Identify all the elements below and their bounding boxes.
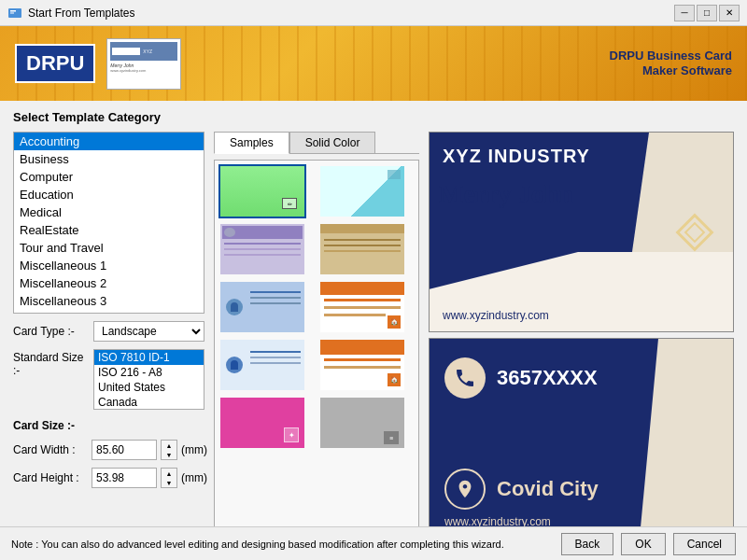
template-thumb-8[interactable]: 🏠 [318, 338, 406, 392]
template-thumb-4[interactable] [318, 222, 406, 276]
card-type-label: Card Type :- [13, 325, 88, 338]
category-item[interactable]: Custom [14, 310, 204, 314]
card-width-label: Card Width : [13, 443, 88, 456]
category-item[interactable]: Miscellaneous 3 [14, 292, 204, 310]
card-type-select[interactable]: Landscape Portrait [93, 321, 204, 342]
category-item[interactable]: Miscellaneous 1 [14, 257, 204, 274]
card-height-input[interactable] [92, 468, 157, 488]
cancel-button[interactable]: Cancel [673, 533, 736, 555]
preview-company-name: XYZ INDUSTRY [443, 146, 612, 167]
category-item[interactable]: Business [14, 150, 204, 168]
category-item[interactable]: Computer [14, 168, 204, 186]
card-width-spinner[interactable]: ▲ ▼ [161, 440, 177, 460]
close-button[interactable]: ✕ [719, 5, 740, 21]
template-thumb-6[interactable]: 🏠 [318, 280, 406, 334]
minimize-button[interactable]: ─ [674, 5, 695, 21]
template-thumb-9[interactable]: ✦ [218, 396, 306, 450]
svg-rect-3 [678, 215, 712, 249]
preview-phone-icon [444, 357, 486, 399]
preview-location-row: Covid City [444, 469, 599, 510]
tab-samples[interactable]: Samples [214, 132, 289, 154]
tabs-row: Samples Solid Color [214, 132, 419, 154]
preview-person-name: Merry John [439, 179, 621, 209]
size-item[interactable]: United States [94, 380, 204, 395]
preview-location-icon [444, 469, 486, 510]
content-row: AccountingBusinessComputerEducationMedic… [13, 132, 734, 526]
card-height-down[interactable]: ▼ [162, 478, 176, 487]
footer: Note : You can also do advanced level ed… [0, 526, 747, 560]
card-width-down[interactable]: ▼ [162, 450, 176, 459]
preview-card-front: XYZ INDUSTRY Merry John www.xyzindustry.… [429, 132, 734, 332]
card-size-label: Card Size :- [13, 419, 204, 432]
svg-rect-2 [10, 12, 14, 13]
left-panel: AccountingBusinessComputerEducationMedic… [13, 132, 204, 526]
window-controls: ─ □ ✕ [674, 5, 740, 21]
drpu-logo: DRPU [15, 44, 95, 83]
right-panel: XYZ INDUSTRY Merry John www.xyzindustry.… [429, 132, 734, 526]
header-banner: DRPU XYZ Merry John www.xyzindustry.com … [0, 26, 747, 101]
footer-note: Note : You can also do advanced level ed… [11, 539, 554, 550]
app-icon [7, 6, 22, 21]
preview-back-website: www.xyzindustry.com [444, 515, 551, 526]
category-item[interactable]: RealEstate [14, 221, 204, 239]
size-item[interactable]: ISO 7810 ID-1 [94, 350, 204, 365]
card-height-spinner[interactable]: ▲ ▼ [161, 468, 177, 488]
templates-grid: ✏ [215, 161, 418, 454]
size-item[interactable]: ISO 216 - A8 [94, 365, 204, 380]
header-card-preview: XYZ Merry John www.xyzindustry.com [106, 38, 181, 90]
size-item[interactable]: Canada [94, 395, 204, 410]
section-title: Select Template Category [13, 110, 734, 124]
preview-phone-row: 3657XXXX [444, 357, 598, 399]
back-button[interactable]: Back [561, 533, 614, 555]
preview-front-website: www.xyzindustry.com [443, 309, 549, 322]
svg-rect-1 [10, 10, 16, 12]
card-type-row: Card Type :- Landscape Portrait [13, 321, 204, 342]
ok-button[interactable]: OK [621, 533, 665, 555]
preview-card-back: 3657XXXX Covid City www.xyzindustry.com [429, 338, 734, 526]
template-thumb-3[interactable] [218, 222, 306, 276]
card-width-input[interactable] [92, 440, 157, 460]
card-height-up[interactable]: ▲ [162, 469, 176, 478]
preview-diamond-logo [671, 209, 718, 256]
template-thumb-5[interactable] [218, 280, 306, 334]
main-content: Select Template Category AccountingBusin… [0, 101, 747, 526]
card-height-row: Card Height : ▲ ▼ (mm) [13, 468, 204, 488]
card-height-unit: (mm) [181, 471, 207, 484]
template-thumb-1[interactable]: ✏ [218, 164, 306, 218]
card-width-unit: (mm) [181, 443, 207, 456]
standard-size-list[interactable]: ISO 7810 ID-1ISO 216 - A8United StatesCa… [93, 349, 204, 410]
category-item[interactable]: Accounting [14, 133, 204, 150]
maximize-button[interactable]: □ [697, 5, 717, 21]
preview-city: Covid City [497, 477, 599, 501]
svg-rect-4 [685, 223, 704, 242]
standard-size-row: Standard Size :- ISO 7810 ID-1ISO 216 - … [13, 349, 204, 410]
card-width-up[interactable]: ▲ [162, 441, 176, 450]
category-item[interactable]: Miscellaneous 2 [14, 274, 204, 292]
template-thumb-7[interactable] [218, 338, 306, 392]
category-item[interactable]: Tour and Travel [14, 239, 204, 257]
standard-size-label: Standard Size :- [13, 349, 88, 377]
titlebar: Start From Templates ─ □ ✕ [0, 0, 747, 26]
card-width-row: Card Width : ▲ ▼ (mm) [13, 440, 204, 460]
category-item[interactable]: Medical [14, 203, 204, 221]
category-item[interactable]: Education [14, 186, 204, 203]
preview-phone-number: 3657XXXX [497, 366, 598, 390]
tab-solid-color[interactable]: Solid Color [289, 132, 376, 154]
templates-grid-wrapper[interactable]: ✏ [214, 160, 419, 526]
window-title: Start From Templates [28, 7, 674, 20]
category-list[interactable]: AccountingBusinessComputerEducationMedic… [13, 132, 204, 314]
template-thumb-10[interactable]: ≡ [318, 396, 406, 450]
app-title: DRPU Business Card Maker Software [610, 49, 732, 77]
middle-panel: Samples Solid Color ✏ [214, 132, 419, 526]
template-thumb-2[interactable] [318, 164, 406, 218]
card-height-label: Card Height : [13, 471, 88, 484]
